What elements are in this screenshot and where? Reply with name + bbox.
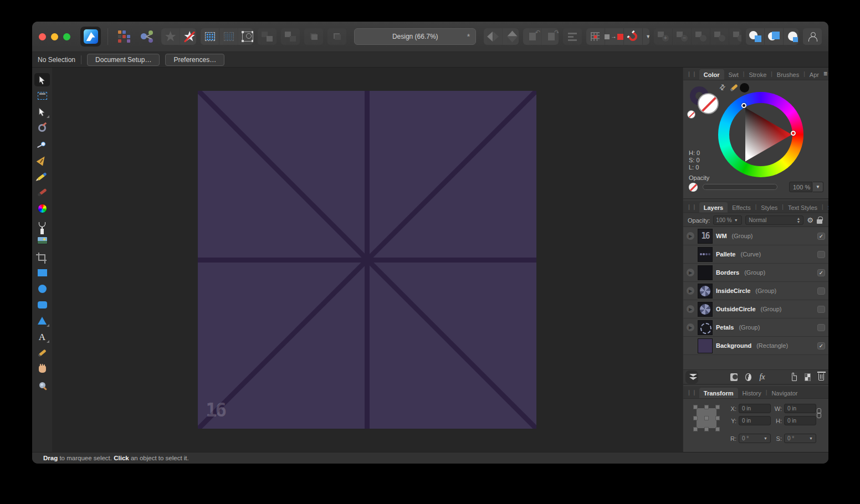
- account-button[interactable]: [803, 28, 822, 45]
- corner-tool[interactable]: [34, 137, 50, 151]
- snap-move-button[interactable]: →: [605, 28, 624, 45]
- shear-dropdown[interactable]: 0 °▼: [784, 434, 816, 443]
- alignment-button[interactable]: [563, 28, 582, 45]
- color-picker-tool[interactable]: [34, 346, 50, 359]
- opacity-slider[interactable]: [703, 184, 777, 190]
- saturation-lightness-handle[interactable]: [741, 103, 746, 108]
- layer-opacity-dropdown[interactable]: 100 %▼: [713, 215, 742, 225]
- delete-layer-icon[interactable]: [818, 373, 824, 380]
- shape-tool[interactable]: [34, 314, 50, 327]
- visibility-checkbox[interactable]: [817, 306, 825, 313]
- pixel-persona-button[interactable]: [115, 28, 134, 45]
- layer-row-wm[interactable]: ▶ 16 WM (Group) ✓: [683, 227, 828, 245]
- layer-row-outsidecircle[interactable]: ▶ OutsideCircle (Group): [683, 300, 828, 318]
- tab-transform[interactable]: Transform: [699, 388, 738, 398]
- boolean-subtract-button[interactable]: −: [673, 28, 692, 45]
- move-to-front-button[interactable]: [258, 28, 277, 45]
- panel-grip[interactable]: ❘❘: [687, 204, 697, 210]
- snapping-options-dropdown[interactable]: ▼: [643, 28, 649, 45]
- visibility-checkbox[interactable]: [817, 324, 825, 331]
- document-artboard[interactable]: 16: [198, 91, 536, 429]
- node-tool[interactable]: [34, 105, 50, 119]
- link-dimensions-icon[interactable]: [817, 408, 821, 418]
- document-title[interactable]: Design (66.7%) *: [354, 28, 476, 45]
- insert-on-top-button[interactable]: [765, 28, 784, 45]
- tab-navigator[interactable]: Navigator: [767, 388, 802, 398]
- rotate-cw-button[interactable]: ↷: [542, 28, 558, 45]
- layers-stack-icon[interactable]: [688, 373, 696, 382]
- expand-arrow-icon[interactable]: ▶: [687, 269, 694, 276]
- opacity-value[interactable]: 100 %: [789, 182, 812, 192]
- opacity-none-icon[interactable]: [689, 183, 698, 192]
- panel-grip[interactable]: ❘❘: [687, 71, 697, 77]
- tab-layers[interactable]: Layers: [699, 202, 728, 213]
- x-input[interactable]: 0 in: [739, 404, 771, 413]
- layer-row-petals[interactable]: ▶ Petals (Group): [683, 318, 828, 337]
- tab-history[interactable]: History: [738, 388, 766, 398]
- tab-color[interactable]: Color: [699, 69, 724, 80]
- flip-horizontal-button[interactable]: [484, 28, 503, 45]
- gear-icon[interactable]: ⚙: [807, 216, 813, 224]
- boolean-divide-button[interactable]: [710, 28, 729, 45]
- tab-appearance[interactable]: Apr: [805, 69, 823, 80]
- zoom-window-button[interactable]: [63, 33, 70, 40]
- snapping-button[interactable]: [624, 28, 643, 45]
- boolean-combine-button[interactable]: [729, 28, 741, 45]
- rectangle-tool[interactable]: [34, 266, 50, 279]
- visibility-checkbox[interactable]: [817, 287, 825, 295]
- move-backward-button[interactable]: [304, 28, 323, 45]
- rounded-rectangle-tool[interactable]: [34, 298, 50, 311]
- tab-stock[interactable]: Stock: [823, 202, 828, 213]
- show-grid-button[interactable]: [201, 28, 219, 45]
- boolean-intersect-button[interactable]: [692, 28, 710, 45]
- document-setup-button[interactable]: Document Setup…: [87, 54, 160, 66]
- transform-bounds-button[interactable]: [238, 28, 253, 45]
- w-input[interactable]: 0 in: [784, 404, 816, 413]
- set-none-swatch[interactable]: [687, 110, 695, 119]
- tab-brushes[interactable]: Brushes: [772, 69, 803, 80]
- picked-color-swatch[interactable]: [740, 83, 749, 92]
- layer-row-borders[interactable]: ▶ Borders (Group) ✓: [683, 264, 828, 282]
- layer-row-insidecircle[interactable]: ▶ InsideCircle (Group): [683, 282, 828, 300]
- panel-grip[interactable]: ❘❘: [687, 389, 697, 395]
- layer-effects-icon[interactable]: fx: [759, 373, 765, 382]
- move-tool[interactable]: [34, 73, 50, 86]
- snap-grid-button[interactable]: [586, 28, 605, 45]
- minimize-window-button[interactable]: [51, 33, 58, 40]
- boolean-add-button[interactable]: +: [654, 28, 673, 45]
- point-transform-tool[interactable]: [34, 121, 50, 135]
- tab-swatches[interactable]: Swt: [724, 69, 743, 80]
- move-forward-button[interactable]: [281, 28, 300, 45]
- zoom-tool[interactable]: [34, 378, 50, 392]
- lock-icon[interactable]: [817, 219, 822, 224]
- layer-row-pallete[interactable]: Pallete (Curve): [683, 245, 828, 264]
- visibility-checkbox[interactable]: ✓: [817, 342, 825, 349]
- y-input[interactable]: 0 in: [739, 416, 771, 425]
- new-pixel-layer-icon[interactable]: [805, 373, 811, 381]
- tab-text-styles[interactable]: Text Styles: [784, 202, 822, 213]
- flip-vertical-button[interactable]: [503, 28, 519, 45]
- preferences-button[interactable]: Preferences…: [165, 54, 224, 66]
- designer-persona-button[interactable]: [80, 27, 101, 47]
- color-picker-icon[interactable]: [730, 84, 738, 92]
- expand-arrow-icon[interactable]: ▶: [687, 323, 694, 331]
- place-image-tool[interactable]: [34, 234, 50, 247]
- toggle-fill-button[interactable]: [180, 28, 196, 45]
- vector-brush-tool[interactable]: [34, 186, 50, 199]
- transparency-tool[interactable]: [34, 218, 50, 231]
- vector-crop-tool[interactable]: [34, 250, 50, 263]
- panel-menu-icon[interactable]: ≡▼: [823, 70, 828, 78]
- saturation-lightness-triangle[interactable]: [729, 103, 792, 166]
- anchor-point-selector[interactable]: [693, 405, 720, 431]
- opacity-dropdown-arrow[interactable]: ▼: [813, 182, 823, 192]
- insert-inside-button[interactable]: [784, 28, 798, 45]
- mask-layer-icon[interactable]: [730, 373, 738, 381]
- rotation-dropdown[interactable]: 0 °▼: [739, 434, 771, 443]
- visibility-checkbox[interactable]: ✓: [817, 233, 825, 240]
- tab-styles[interactable]: Styles: [756, 202, 782, 213]
- adjustment-layer-icon[interactable]: [745, 373, 751, 381]
- hue-handle[interactable]: [791, 131, 796, 136]
- promote-to-layer-button[interactable]: [161, 28, 180, 45]
- pixel-grid-button[interactable]: [219, 28, 238, 45]
- visibility-checkbox[interactable]: ✓: [817, 269, 825, 276]
